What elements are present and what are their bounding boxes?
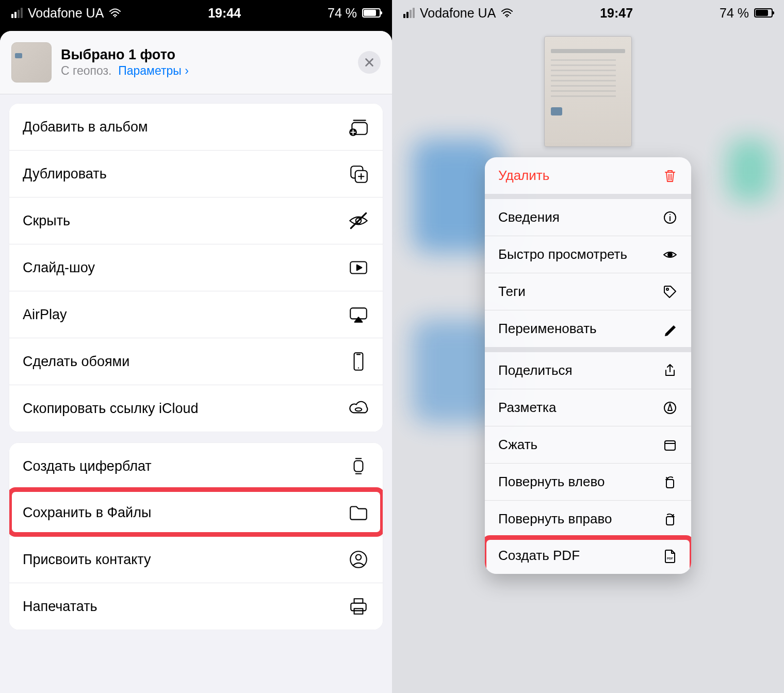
- svg-point-19: [666, 288, 668, 290]
- share-header: Выбрано 1 фото С геопоз. Параметры ›: [0, 31, 392, 94]
- menu-delete[interactable]: Удалить: [485, 157, 691, 194]
- svg-rect-13: [351, 603, 366, 611]
- markup-icon: [662, 400, 678, 416]
- svg-rect-14: [354, 599, 363, 603]
- action-slideshow[interactable]: Слайд-шоу: [9, 244, 383, 291]
- action-group-2: Создать циферблат Сохранить в Файлы Прис…: [9, 443, 383, 630]
- status-bar: Vodafone UA 19:44 74 %: [0, 0, 392, 26]
- album-add-icon: [348, 116, 369, 138]
- menu-info[interactable]: Сведения: [485, 199, 691, 236]
- menu-tags[interactable]: Теги: [485, 273, 691, 310]
- carrier-label: Vodafone UA: [420, 6, 496, 21]
- status-bar: Vodafone UA 19:47 74 %: [392, 0, 784, 26]
- share-title: Выбрано 1 фото: [61, 47, 349, 63]
- context-menu: Удалить Сведения Быстро просмотреть Теги: [485, 157, 691, 574]
- document-preview[interactable]: [544, 36, 632, 147]
- actions-scroll[interactable]: Добавить в альбом Дублировать Скрыть Сла…: [0, 94, 392, 662]
- cellular-signal-icon: [403, 8, 415, 18]
- action-copy-icloud-link[interactable]: Скопировать ссылку iCloud: [9, 385, 383, 432]
- svg-point-9: [355, 408, 362, 411]
- options-link[interactable]: Параметры ›: [118, 64, 189, 77]
- close-icon: [364, 57, 375, 68]
- screenshot-left: Vodafone UA 19:44 74 % Выбрано 1 фото С …: [0, 0, 392, 693]
- pdf-icon: PDF: [662, 548, 678, 564]
- menu-create-pdf[interactable]: Создать PDF PDF: [485, 537, 691, 574]
- action-watch-face[interactable]: Создать циферблат: [9, 443, 383, 489]
- status-time: 19:44: [208, 6, 241, 21]
- trash-icon: [662, 168, 678, 184]
- action-save-to-files[interactable]: Сохранить в Файлы: [9, 489, 383, 536]
- duplicate-icon: [348, 163, 369, 185]
- menu-rename[interactable]: Переименовать: [485, 310, 691, 347]
- menu-rotate-right[interactable]: Повернуть вправо: [485, 500, 691, 537]
- pencil-icon: [662, 321, 678, 337]
- action-wallpaper[interactable]: Сделать обоями: [9, 338, 383, 385]
- cellular-signal-icon: [11, 8, 23, 18]
- context-group-1: Удалить: [485, 157, 691, 194]
- menu-share[interactable]: Поделиться: [485, 352, 691, 389]
- tag-icon: [662, 284, 678, 300]
- battery-percent: 74 %: [720, 6, 749, 21]
- menu-rotate-left[interactable]: Повернуть влево: [485, 463, 691, 500]
- close-button[interactable]: [358, 51, 381, 74]
- context-group-2: Сведения Быстро просмотреть Теги Переиме…: [485, 194, 691, 347]
- share-sheet: Выбрано 1 фото С геопоз. Параметры › Доб…: [0, 31, 392, 693]
- menu-markup[interactable]: Разметка: [485, 389, 691, 426]
- action-print[interactable]: Напечатать: [9, 583, 383, 630]
- phone-icon: [348, 351, 369, 372]
- screenshot-right: Vodafone UA 19:47 74 % Удалить Сведения: [392, 0, 784, 693]
- status-time: 19:47: [600, 6, 633, 21]
- folder-icon: [348, 502, 369, 523]
- action-airplay[interactable]: AirPlay: [9, 291, 383, 338]
- action-duplicate[interactable]: Дублировать: [9, 150, 383, 197]
- wifi-icon: [109, 8, 121, 18]
- svg-rect-10: [354, 461, 363, 472]
- action-hide[interactable]: Скрыть: [9, 197, 383, 244]
- play-rect-icon: [348, 257, 369, 278]
- archive-icon: [662, 437, 678, 453]
- eye-icon: [662, 247, 678, 262]
- svg-point-0: [115, 16, 116, 18]
- menu-compress[interactable]: Сжать: [485, 426, 691, 463]
- svg-rect-23: [666, 517, 674, 525]
- carrier-label: Vodafone UA: [28, 6, 104, 21]
- watch-icon: [348, 455, 369, 477]
- printer-icon: [348, 596, 369, 617]
- action-add-to-album[interactable]: Добавить в альбом: [9, 104, 383, 150]
- rotate-left-icon: [662, 474, 678, 490]
- svg-text:PDF: PDF: [667, 557, 673, 560]
- menu-quicklook[interactable]: Быстро просмотреть: [485, 236, 691, 273]
- svg-rect-22: [666, 480, 674, 488]
- wifi-icon: [501, 8, 513, 18]
- rotate-right-icon: [662, 512, 678, 527]
- action-assign-contact[interactable]: Присвоить контакту: [9, 536, 383, 583]
- battery-icon: [754, 8, 773, 18]
- contact-icon: [348, 549, 369, 570]
- action-group-1: Добавить в альбом Дублировать Скрыть Сла…: [9, 104, 383, 432]
- battery-icon: [362, 8, 381, 18]
- share-icon: [662, 363, 678, 378]
- info-icon: [662, 210, 678, 225]
- svg-point-12: [356, 555, 362, 560]
- cloud-link-icon: [348, 398, 369, 419]
- photo-thumbnail[interactable]: [11, 42, 52, 82]
- svg-point-16: [507, 16, 508, 18]
- svg-point-18: [668, 253, 672, 257]
- eye-off-icon: [348, 210, 369, 232]
- svg-rect-21: [665, 441, 675, 450]
- context-group-3: Поделиться Разметка Сжать Повернуть влев…: [485, 347, 691, 574]
- airplay-icon: [348, 304, 369, 325]
- share-subtitle: С геопоз. Параметры ›: [61, 64, 349, 78]
- battery-percent: 74 %: [328, 6, 357, 21]
